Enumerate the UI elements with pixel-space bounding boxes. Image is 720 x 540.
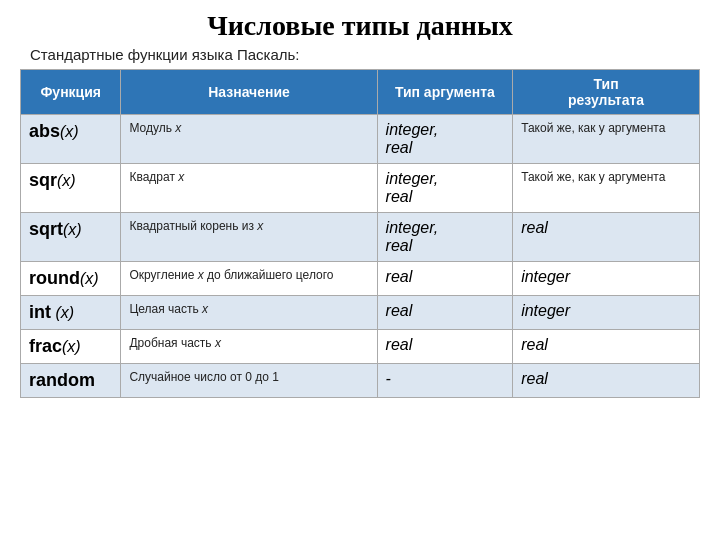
- func-arg: (x): [62, 338, 81, 355]
- table-row: randomСлучайное число от 0 до 1-real: [21, 364, 700, 398]
- desc-cell: Модуль x: [121, 115, 377, 164]
- table-header-row: Функция Назначение Тип аргумента Типрезу…: [21, 70, 700, 115]
- func-name: sqr: [29, 170, 57, 190]
- desc-cell: Случайное число от 0 до 1: [121, 364, 377, 398]
- result-type-cell: Такой же, как у аргумента: [513, 115, 700, 164]
- page-title: Числовые типы данных: [20, 10, 700, 42]
- page-subtitle: Стандартные функции языка Паскаль:: [30, 46, 700, 63]
- func-name: int: [29, 302, 51, 322]
- col-header-arg: Тип аргумента: [377, 70, 513, 115]
- func-cell: random: [21, 364, 121, 398]
- col-header-func: Функция: [21, 70, 121, 115]
- desc-cell: Целая часть x: [121, 296, 377, 330]
- arg-type-cell: -: [377, 364, 513, 398]
- arg-type-cell: integer, real: [377, 213, 513, 262]
- table-row: round(x)Округление x до ближайшего целог…: [21, 262, 700, 296]
- arg-type-cell: real: [377, 296, 513, 330]
- result-type-cell: integer: [513, 262, 700, 296]
- table-row: int (x)Целая часть xrealinteger: [21, 296, 700, 330]
- arg-type-cell: real: [377, 330, 513, 364]
- func-arg: (x): [60, 123, 79, 140]
- func-cell: frac(x): [21, 330, 121, 364]
- func-name: round: [29, 268, 80, 288]
- functions-table: Функция Назначение Тип аргумента Типрезу…: [20, 69, 700, 398]
- desc-cell: Дробная часть x: [121, 330, 377, 364]
- func-cell: round(x): [21, 262, 121, 296]
- desc-cell: Округление x до ближайшего целого: [121, 262, 377, 296]
- desc-cell: Квадратный корень из x: [121, 213, 377, 262]
- table-row: sqrt(x)Квадратный корень из xinteger, re…: [21, 213, 700, 262]
- func-cell: abs(x): [21, 115, 121, 164]
- desc-cell: Квадрат x: [121, 164, 377, 213]
- result-type-cell: real: [513, 330, 700, 364]
- func-cell: int (x): [21, 296, 121, 330]
- table-row: abs(x)Модуль xinteger, realТакой же, как…: [21, 115, 700, 164]
- func-arg: (x): [63, 221, 82, 238]
- func-name: sqrt: [29, 219, 63, 239]
- col-header-desc: Назначение: [121, 70, 377, 115]
- arg-type-cell: integer, real: [377, 115, 513, 164]
- func-name: random: [29, 370, 95, 390]
- result-type-cell: Такой же, как у аргумента: [513, 164, 700, 213]
- func-name: abs: [29, 121, 60, 141]
- result-type-cell: real: [513, 364, 700, 398]
- func-arg: (x): [51, 304, 74, 321]
- func-cell: sqr(x): [21, 164, 121, 213]
- col-header-result: Типрезультата: [513, 70, 700, 115]
- func-cell: sqrt(x): [21, 213, 121, 262]
- arg-type-cell: integer, real: [377, 164, 513, 213]
- result-type-cell: integer: [513, 296, 700, 330]
- func-arg: (x): [57, 172, 76, 189]
- result-type-cell: real: [513, 213, 700, 262]
- table-row: sqr(x)Квадрат xinteger, realТакой же, ка…: [21, 164, 700, 213]
- func-arg: (x): [80, 270, 99, 287]
- func-name: frac: [29, 336, 62, 356]
- arg-type-cell: real: [377, 262, 513, 296]
- table-row: frac(x)Дробная часть xrealreal: [21, 330, 700, 364]
